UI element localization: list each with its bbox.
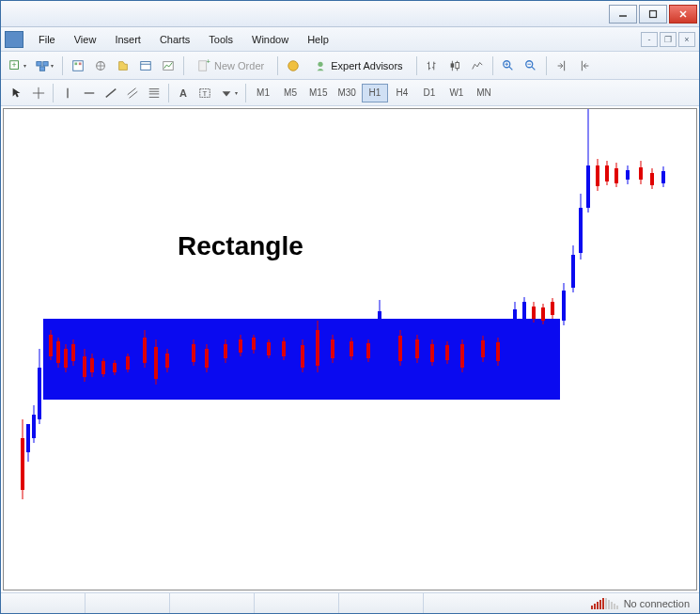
- market-watch-button[interactable]: [68, 55, 88, 76]
- tf-w1-button[interactable]: W1: [443, 84, 470, 102]
- menu-view[interactable]: View: [65, 30, 106, 49]
- candle: [301, 339, 304, 372]
- trendline-button[interactable]: [101, 83, 121, 103]
- metaquotes-button[interactable]: [283, 55, 303, 76]
- annotation-rectangle-label: Rectangle: [178, 231, 303, 261]
- menu-charts[interactable]: Charts: [150, 30, 199, 49]
- minimize-button[interactable]: [609, 5, 637, 24]
- crosshair-button[interactable]: [28, 83, 49, 103]
- horizontal-line-button[interactable]: [79, 83, 100, 103]
- menu-tools[interactable]: Tools: [199, 30, 242, 49]
- svg-point-21: [319, 61, 323, 66]
- mdi-controls: - ❐ ×: [641, 32, 695, 47]
- navigator-button[interactable]: [90, 55, 111, 76]
- candle: [579, 194, 583, 260]
- menu-file[interactable]: File: [29, 30, 65, 49]
- menu-insert[interactable]: Insert: [105, 30, 150, 49]
- auto-scroll-button[interactable]: [552, 55, 572, 76]
- candle: [586, 109, 590, 213]
- candle: [90, 354, 94, 377]
- menu-window[interactable]: Window: [242, 30, 298, 49]
- candle: [26, 424, 30, 462]
- svg-line-45: [106, 88, 117, 97]
- tf-m1-button[interactable]: M1: [250, 84, 276, 102]
- candle: [316, 321, 319, 372]
- candle: [415, 335, 419, 363]
- equidistant-channel-button[interactable]: [122, 83, 143, 103]
- svg-text:+: +: [207, 59, 210, 65]
- candle: [614, 163, 618, 187]
- app-window: File View Insert Charts Tools Window Hel…: [0, 0, 700, 614]
- new-order-button[interactable]: + New Order: [189, 55, 272, 76]
- chart-area[interactable]: Rectangle: [3, 108, 697, 590]
- svg-rect-31: [455, 62, 459, 68]
- candle: [38, 349, 41, 424]
- candlestick-button[interactable]: [444, 55, 465, 76]
- close-button[interactable]: [669, 5, 697, 24]
- mdi-minimize-button[interactable]: -: [641, 32, 658, 47]
- mdi-close-button[interactable]: ×: [678, 32, 695, 47]
- status-cell-4: [255, 593, 339, 613]
- cursor-button[interactable]: [7, 83, 27, 103]
- status-cell-3: [170, 593, 255, 613]
- zoom-in-button[interactable]: [498, 55, 519, 76]
- candle: [71, 339, 75, 366]
- status-connection: No connection: [582, 598, 699, 609]
- tf-m15-button[interactable]: M15: [304, 84, 332, 102]
- arrows-button[interactable]: [216, 83, 241, 103]
- candle: [143, 330, 147, 368]
- svg-rect-1: [650, 10, 657, 17]
- candle: [224, 339, 227, 363]
- zoom-out-button[interactable]: [521, 55, 541, 76]
- tf-m30-button[interactable]: M30: [333, 84, 360, 102]
- candle: [551, 298, 554, 319]
- status-cell-1: [1, 593, 86, 613]
- toolbar-drawing: A T M1 M5 M15 M30 H1 H4 D1 W1 MN: [1, 80, 699, 106]
- new-chart-button[interactable]: +: [5, 55, 30, 76]
- candle: [626, 165, 630, 184]
- status-cell-5: [339, 593, 424, 613]
- connection-bars-icon: [591, 598, 618, 609]
- tf-h4-button[interactable]: H4: [389, 84, 415, 102]
- titlebar: [1, 1, 699, 27]
- candle: [350, 338, 353, 360]
- maximize-button[interactable]: [639, 5, 667, 24]
- candle: [49, 330, 53, 360]
- candle: [378, 300, 381, 347]
- profiles-button[interactable]: [32, 55, 57, 76]
- tf-d1-button[interactable]: D1: [416, 84, 443, 102]
- bar-chart-button[interactable]: [422, 55, 443, 76]
- text-label-button[interactable]: T: [194, 83, 215, 103]
- menu-help[interactable]: Help: [298, 30, 338, 49]
- candle: [562, 283, 566, 325]
- candle: [43, 321, 47, 372]
- candle: [126, 354, 130, 372]
- candle: [460, 339, 464, 372]
- text-button[interactable]: A: [173, 83, 194, 103]
- svg-rect-6: [37, 61, 41, 65]
- tf-h1-button[interactable]: H1: [362, 84, 388, 102]
- svg-line-33: [508, 66, 512, 70]
- candle: [522, 297, 526, 325]
- line-chart-button[interactable]: [467, 55, 488, 76]
- candle: [113, 360, 117, 375]
- tf-mn-button[interactable]: MN: [471, 84, 497, 102]
- strategy-tester-button[interactable]: [158, 55, 179, 76]
- mdi-restore-button[interactable]: ❐: [660, 32, 677, 47]
- chart-shift-button[interactable]: [574, 55, 595, 76]
- expert-advisors-button[interactable]: Expert Advisors: [305, 55, 411, 76]
- data-window-button[interactable]: [113, 55, 133, 76]
- candle: [513, 302, 517, 344]
- svg-text:T: T: [203, 88, 208, 97]
- svg-text:+: +: [12, 59, 17, 69]
- vertical-line-button[interactable]: [57, 83, 78, 103]
- terminal-button[interactable]: [135, 55, 156, 76]
- candle: [496, 338, 500, 366]
- app-icon: [5, 31, 23, 48]
- candle: [596, 159, 599, 191]
- candle: [532, 302, 536, 323]
- candle: [192, 339, 195, 366]
- fibonacci-button[interactable]: [144, 83, 164, 103]
- tf-m5-button[interactable]: M5: [277, 84, 303, 102]
- candle: [64, 344, 68, 372]
